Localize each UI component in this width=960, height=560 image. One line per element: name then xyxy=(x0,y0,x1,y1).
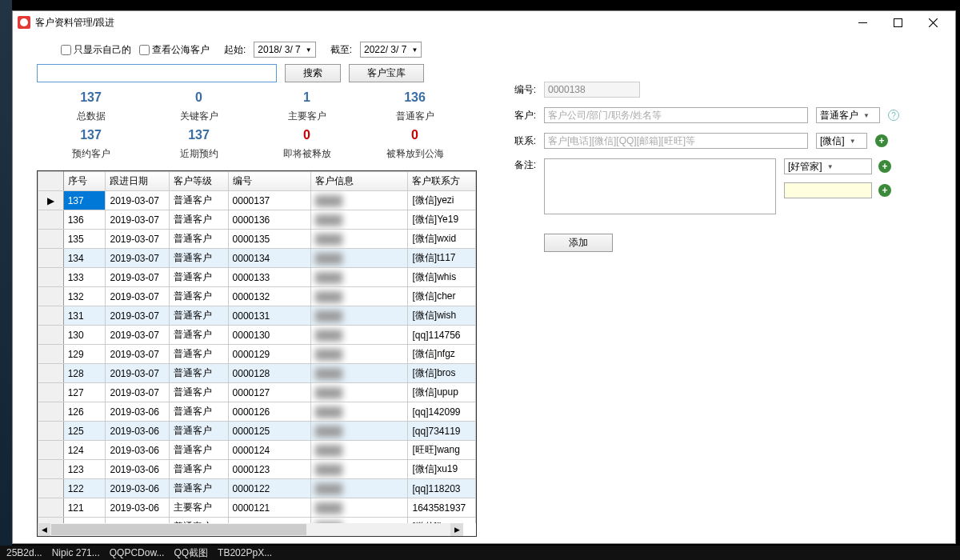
scroll-thumb[interactable] xyxy=(51,524,306,535)
stat-number: 137 xyxy=(37,90,145,105)
remark-textarea[interactable] xyxy=(544,158,776,214)
stat-number: 0 xyxy=(145,90,253,105)
taskbar-item[interactable]: QQPCDow... xyxy=(110,547,165,558)
remark-label: 备注: xyxy=(501,158,536,172)
horizontal-scrollbar[interactable]: ◀ ▶ xyxy=(38,523,463,536)
table-row[interactable]: 1332019-03-07普通客户0000133████[微信]whis xyxy=(38,268,476,287)
add-contact-icon[interactable]: + xyxy=(875,134,888,147)
stat-number: 137 xyxy=(145,128,253,142)
contact-type-select[interactable]: [微信]▼ xyxy=(816,133,867,149)
main-window: 客户资料管理/跟进 只显示自己的 查看公海客户 起始: 2018/ 3/ 7▼ … xyxy=(12,10,956,544)
titlebar: 客户资料管理/跟进 xyxy=(13,11,955,34)
close-button[interactable] xyxy=(915,11,950,34)
taskbar: 25B2d...Nipic 271...QQPCDow...QQ截图TB202P… xyxy=(0,546,960,560)
stat-label: 主要客户 xyxy=(253,110,361,123)
column-header[interactable]: 客户信息 xyxy=(311,172,408,191)
column-header[interactable]: 客户等级 xyxy=(169,172,228,191)
stat-number: 0 xyxy=(253,128,361,142)
table-row[interactable]: 1242019-03-06普通客户0000124████[旺旺]wang xyxy=(38,441,476,460)
table-row[interactable]: ▶1372019-03-07普通客户0000137████[微信]yezi xyxy=(38,191,476,210)
maximize-button[interactable] xyxy=(880,11,915,34)
only-mine-label: 只显示自己的 xyxy=(74,43,131,57)
public-sea-checkbox[interactable]: 查看公海客户 xyxy=(139,43,210,57)
table-row[interactable]: 1252019-03-06普通客户0000125████[qq]734119 xyxy=(38,422,476,441)
customer-label: 客户: xyxy=(501,109,536,122)
taskbar-item[interactable]: TB202PpX... xyxy=(218,547,272,558)
table-row[interactable]: 1202019-03-05普通客户0000120████[微信]li xyxy=(38,518,476,524)
table-row[interactable]: 1292019-03-07普通客户0000129████[微信]nfgz xyxy=(38,345,476,364)
id-value: 0000138 xyxy=(544,82,640,98)
column-header[interactable]: 客户联系方 xyxy=(408,172,476,191)
desktop-background xyxy=(0,0,12,560)
window-title: 客户资料管理/跟进 xyxy=(35,16,845,30)
taskbar-item[interactable]: QQ截图 xyxy=(174,546,208,560)
date-to-input[interactable]: 2022/ 3/ 7▼ xyxy=(360,42,422,58)
date-from-input[interactable]: 2018/ 3/ 7▼ xyxy=(254,42,315,58)
column-header[interactable]: 跟进日期 xyxy=(106,172,169,191)
stat-number: 0 xyxy=(361,128,469,142)
search-input[interactable] xyxy=(37,64,277,82)
scroll-left-arrow[interactable]: ◀ xyxy=(38,523,50,536)
table-scroll[interactable]: 序号跟进日期客户等级编号客户信息客户联系方 ▶1372019-03-07普通客户… xyxy=(38,171,476,523)
table-row[interactable]: 1362019-03-07普通客户0000136████[微信]Ye19 xyxy=(38,210,476,230)
table-row[interactable]: 1272019-03-07普通客户0000127████[微信]upup xyxy=(38,383,476,402)
table-row[interactable]: 1212019-03-06主要客户0000121████1643581937 xyxy=(38,498,476,518)
extra-input[interactable] xyxy=(784,182,872,198)
add-button[interactable]: 添加 xyxy=(544,234,613,252)
table-row[interactable]: 1302019-03-07普通客户0000130████[qq]114756 xyxy=(38,326,476,345)
add-tag-icon[interactable]: + xyxy=(878,160,891,173)
chevron-down-icon: ▼ xyxy=(827,163,834,170)
chevron-down-icon: ▼ xyxy=(306,46,312,54)
stat-label: 普通客户 xyxy=(361,110,469,123)
stat-label: 预约客户 xyxy=(37,147,145,161)
customer-table: 序号跟进日期客户等级编号客户信息客户联系方 ▶1372019-03-07普通客户… xyxy=(37,170,477,537)
id-label: 编号: xyxy=(501,83,536,97)
stat-number: 136 xyxy=(361,90,469,105)
stat-label: 关键客户 xyxy=(145,110,253,123)
only-mine-checkbox[interactable]: 只显示自己的 xyxy=(61,43,131,57)
public-sea-label: 查看公海客户 xyxy=(152,43,210,57)
stat-label: 即将被释放 xyxy=(253,147,361,161)
minimize-button[interactable] xyxy=(845,11,880,34)
chevron-down-icon: ▼ xyxy=(850,138,856,145)
column-header[interactable]: 序号 xyxy=(63,172,106,191)
table-row[interactable]: 1322019-03-07普通客户0000132████[微信]cher xyxy=(38,287,476,306)
stat-number: 137 xyxy=(37,128,145,142)
table-row[interactable]: 1232019-03-06普通客户0000123████[微信]xu19 xyxy=(38,460,476,479)
stats-grid: 13701136总数据关键客户主要客户普通客户13713700预约客户近期预约即… xyxy=(37,90,469,161)
customer-type-select[interactable]: 普通客户▼ xyxy=(816,107,880,123)
contact-label: 联系: xyxy=(501,134,536,148)
taskbar-item[interactable]: Nipic 271... xyxy=(52,547,100,558)
chevron-down-icon: ▼ xyxy=(863,112,870,119)
stat-number: 1 xyxy=(253,90,361,105)
table-row[interactable]: 1352019-03-07普通客户0000135████[微信]wxid xyxy=(38,230,476,249)
treasure-button[interactable]: 客户宝库 xyxy=(349,64,424,82)
tag-select[interactable]: [好管家]▼ xyxy=(784,158,872,174)
svg-rect-0 xyxy=(894,18,902,26)
table-row[interactable]: 1342019-03-07普通客户0000134████[微信]t117 xyxy=(38,249,476,268)
column-header[interactable]: 编号 xyxy=(228,172,310,191)
stat-label: 近期预约 xyxy=(145,147,253,161)
app-icon xyxy=(18,16,30,29)
contact-input[interactable] xyxy=(544,133,808,149)
date-to-label: 截至: xyxy=(330,43,352,57)
customer-input[interactable] xyxy=(544,107,808,123)
scroll-right-arrow[interactable]: ▶ xyxy=(450,523,463,536)
table-row[interactable]: 1312019-03-07普通客户0000131████[微信]wish xyxy=(38,306,476,326)
table-row[interactable]: 1262019-03-06普通客户0000126████[qq]142099 xyxy=(38,402,476,422)
search-button[interactable]: 搜索 xyxy=(285,64,341,82)
add-extra-icon[interactable]: + xyxy=(878,184,891,197)
table-row[interactable]: 1222019-03-06普通客户0000122████[qq]118203 xyxy=(38,479,476,498)
chevron-down-icon: ▼ xyxy=(411,46,418,54)
date-from-label: 起始: xyxy=(224,43,246,57)
stat-label: 被释放到公海 xyxy=(361,147,469,161)
table-row[interactable]: 1282019-03-07普通客户0000128████[微信]bros xyxy=(38,364,476,383)
help-icon[interactable]: ? xyxy=(888,110,899,121)
stat-label: 总数据 xyxy=(37,110,145,123)
taskbar-item[interactable]: 25B2d... xyxy=(6,547,42,558)
